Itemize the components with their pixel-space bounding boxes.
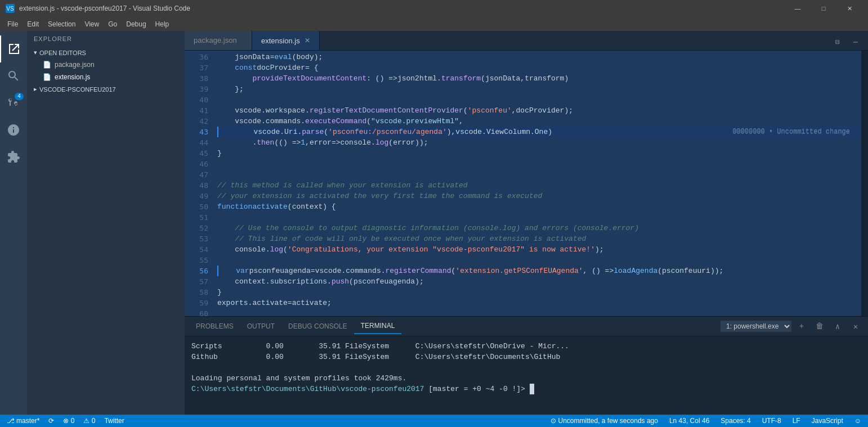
spaces-status[interactable]: Spaces: 4	[718, 415, 753, 427]
branch-name: master*	[16, 417, 39, 425]
status-left: ⎇ master* ⟳ ⊗ 0 ⚠ 0 Twitter	[5, 415, 127, 427]
search-icon[interactable]	[0, 62, 27, 89]
kill-terminal-button[interactable]: 🗑	[812, 318, 827, 334]
open-editors-label: OPEN EDITORS	[39, 50, 86, 56]
language-label: JavaScript	[812, 417, 843, 425]
errors-count: ⊗ 0	[63, 417, 74, 425]
maximize-button[interactable]: □	[811, 0, 836, 17]
code-line-43: vscode.Uri.parse('psconfeu:/psconfeu/age…	[217, 127, 861, 137]
code-line-54: console.log('Congratulations, your exten…	[217, 244, 861, 255]
add-terminal-button[interactable]: +	[794, 318, 809, 334]
code-line-51	[217, 212, 861, 223]
uncommitted-status[interactable]: ⊙ Uncommitted, a few seconds ago	[548, 415, 660, 427]
line-num-55: 55	[185, 255, 208, 266]
tab-close-button[interactable]: ✕	[305, 37, 310, 44]
minimize-button[interactable]: —	[785, 0, 811, 17]
line-numbers: 36 37 38 39 40 41 42 43 44 45 46 47 48 4…	[185, 51, 213, 316]
close-panel-button[interactable]: ✕	[848, 318, 863, 334]
line-num-52: 52	[185, 223, 208, 233]
code-line-59: exports.activate = activate;	[217, 298, 861, 308]
menu-edit[interactable]: Edit	[23, 17, 43, 31]
line-num-48: 48	[185, 180, 208, 191]
code-line-57: context.subscriptions.push(psconfeuagend…	[217, 276, 861, 287]
vscode-icon: VS	[6, 4, 15, 13]
tab-actions: ⊟ ⋯	[825, 34, 868, 50]
language-status[interactable]: JavaScript	[809, 415, 845, 427]
tab-debug-console[interactable]: DEBUG CONSOLE	[281, 319, 354, 334]
panel-tabs: PROBLEMS OUTPUT DEBUG CONSOLE TERMINAL 1…	[185, 317, 868, 336]
position-status[interactable]: Ln 43, Col 46	[667, 415, 712, 427]
uncommitted-label: ⊙ Uncommitted, a few seconds ago	[551, 417, 658, 425]
code-line-44: .then(() => 1, error => console.log(erro…	[217, 137, 861, 148]
code-line-53: // This line of code will only be execut…	[217, 233, 861, 244]
menu-selection[interactable]: Selection	[43, 17, 80, 31]
code-line-38: provideTextDocumentContent: () => json2h…	[217, 73, 861, 84]
sidebar-item-extension-js[interactable]: 📄 extension.js	[27, 71, 185, 83]
warnings-status[interactable]: ⚠ 0	[81, 415, 97, 427]
editor-area: package.json extension.js ✕ ⊟ ⋯ 36 37 38…	[185, 31, 868, 415]
branch-status[interactable]: ⎇ master*	[5, 415, 42, 427]
line-num-53: 53	[185, 233, 208, 244]
source-control-icon[interactable]: 4	[0, 89, 27, 116]
tab-problems[interactable]: PROBLEMS	[189, 319, 240, 334]
tab-output[interactable]: OUTPUT	[240, 319, 281, 334]
menu-go[interactable]: Go	[104, 17, 122, 31]
face-status[interactable]: ☺	[852, 415, 863, 427]
chevron-right-icon: ▸	[34, 86, 37, 93]
tab-package-json[interactable]: package.json	[185, 31, 252, 50]
menu-help[interactable]: Help	[151, 17, 174, 31]
code-content[interactable]: jsonData = eval(body); const docProvider…	[213, 51, 861, 316]
line-num-60: 60	[185, 308, 208, 316]
status-right: ⊙ Uncommitted, a few seconds ago Ln 43, …	[548, 415, 863, 427]
line-ending-status[interactable]: LF	[790, 415, 803, 427]
more-actions-button[interactable]: ⋯	[848, 34, 863, 50]
title-bar: VS extension.js - vscode-psconfeu2017 - …	[0, 0, 868, 17]
code-line-60	[217, 308, 861, 316]
activity-bar: 4	[0, 31, 27, 415]
debug-icon[interactable]	[0, 116, 27, 143]
menu-bar: File Edit Selection View Go Debug Help	[0, 17, 868, 31]
panel: PROBLEMS OUTPUT DEBUG CONSOLE TERMINAL 1…	[185, 316, 868, 415]
line-num-54: 54	[185, 244, 208, 255]
project-section-header[interactable]: ▸ VSCODE-PSCONFEU2017	[27, 83, 185, 95]
terminal-cursor	[530, 384, 534, 394]
line-ending-label: LF	[793, 417, 800, 425]
close-button[interactable]: ✕	[836, 0, 862, 17]
window-controls[interactable]: — □ ✕	[785, 0, 862, 17]
code-line-47	[217, 169, 861, 180]
line-num-49: 49	[185, 191, 208, 201]
code-editor[interactable]: 36 37 38 39 40 41 42 43 44 45 46 47 48 4…	[185, 51, 868, 316]
code-line-37: const docProvider = {	[217, 62, 861, 73]
errors-status[interactable]: ⊗ 0	[61, 415, 77, 427]
line-num-37: 37	[185, 62, 208, 73]
line-num-46: 46	[185, 159, 208, 169]
menu-view[interactable]: View	[80, 17, 104, 31]
source-control-badge: 4	[15, 93, 24, 100]
code-line-55	[217, 255, 861, 266]
menu-file[interactable]: File	[3, 17, 23, 31]
extensions-icon[interactable]	[0, 143, 27, 170]
split-editor-button[interactable]: ⊟	[830, 34, 845, 50]
face-icon: ☺	[854, 417, 861, 425]
encoding-status[interactable]: UTF-8	[760, 415, 784, 427]
maximize-panel-button[interactable]: ∧	[830, 318, 845, 334]
tab-label: package.json	[194, 36, 237, 44]
title-left: VS extension.js - vscode-psconfeu2017 - …	[6, 4, 190, 13]
twitter-status[interactable]: Twitter	[102, 415, 126, 427]
sidebar-item-label: package.json	[55, 61, 95, 69]
chevron-down-icon: ▾	[34, 49, 37, 56]
code-line-36: jsonData = eval(body);	[217, 52, 861, 62]
open-editors-header[interactable]: ▾ OPEN EDITORS	[27, 47, 185, 59]
code-line-50: function activate(context) {	[217, 201, 861, 212]
terminal-select[interactable]: 1: powershell.exe	[721, 321, 791, 332]
line-num-58: 58	[185, 287, 208, 298]
menu-debug[interactable]: Debug	[122, 17, 150, 31]
tab-terminal[interactable]: TERMINAL	[354, 318, 402, 334]
sidebar-item-package-json[interactable]: 📄 package.json	[27, 59, 185, 71]
sync-status[interactable]: ⟳	[46, 415, 56, 427]
explorer-icon[interactable]	[0, 35, 27, 62]
sidebar-item-label: extension.js	[55, 73, 90, 81]
tab-extension-js[interactable]: extension.js ✕	[252, 31, 320, 50]
terminal-content[interactable]: Scripts 0.00 35.91 FileSystem C:\Users\s…	[185, 336, 868, 415]
line-num-44: 44	[185, 137, 208, 148]
